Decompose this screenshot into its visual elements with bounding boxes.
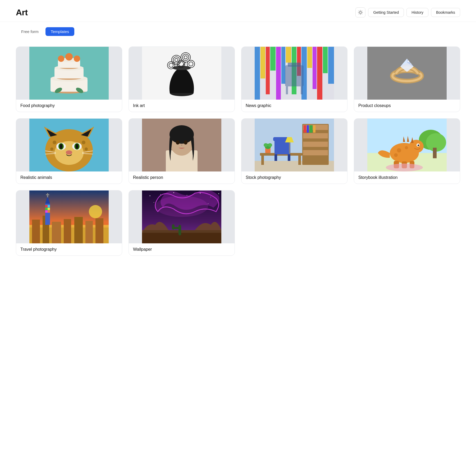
card-label-realistic-animals: Realistic animals: [16, 171, 122, 184]
svg-rect-43: [255, 47, 260, 100]
svg-point-81: [60, 144, 62, 149]
card-image-travel-photography: [16, 190, 122, 243]
svg-rect-179: [172, 224, 175, 230]
svg-rect-58: [285, 65, 304, 86]
svg-rect-60: [286, 86, 288, 94]
app-header: Art Getting Started History Bookmarks: [0, 0, 476, 22]
card-food-photography[interactable]: Food photography: [16, 47, 122, 112]
svg-point-167: [155, 196, 208, 217]
card-image-stock-photography: [241, 119, 347, 171]
svg-rect-104: [303, 142, 328, 147]
tab-bar: Free form Templates: [0, 22, 476, 36]
svg-point-140: [405, 146, 408, 149]
svg-rect-57: [328, 47, 334, 84]
svg-rect-103: [303, 133, 328, 138]
card-storybook-illustration[interactable]: Storybook illustration: [354, 118, 460, 184]
svg-rect-166: [142, 233, 221, 243]
template-grid: Food photography: [16, 47, 460, 256]
svg-point-84: [53, 141, 56, 144]
tab-templates[interactable]: Templates: [45, 27, 74, 36]
svg-rect-152: [95, 218, 103, 243]
svg-rect-59: [288, 63, 301, 67]
bookmarks-button[interactable]: Bookmarks: [431, 8, 460, 17]
card-news-graphic[interactable]: News graphic: [241, 47, 347, 112]
svg-point-68: [408, 61, 409, 62]
svg-rect-53: [307, 47, 312, 68]
card-wallpaper[interactable]: Wallpaper: [129, 190, 235, 256]
card-ink-art[interactable]: Ink art: [129, 47, 235, 112]
theme-icon-button[interactable]: [355, 7, 365, 17]
svg-rect-56: [323, 47, 328, 73]
svg-point-142: [386, 164, 423, 171]
card-label-wallpaper: Wallpaper: [129, 243, 235, 255]
svg-rect-46: [270, 47, 276, 71]
svg-rect-150: [74, 217, 83, 243]
svg-point-163: [89, 205, 102, 218]
svg-point-98: [176, 140, 180, 145]
svg-point-83: [66, 150, 72, 155]
svg-point-171: [187, 195, 187, 196]
card-label-realistic-person: Realistic person: [129, 171, 235, 184]
card-realistic-person[interactable]: Realistic person: [129, 118, 235, 184]
svg-line-8: [362, 11, 362, 11]
svg-rect-116: [288, 154, 290, 161]
tab-free-form[interactable]: Free form: [16, 27, 44, 36]
history-button[interactable]: History: [406, 8, 428, 17]
svg-rect-107: [307, 125, 309, 133]
svg-rect-148: [52, 222, 61, 243]
card-realistic-animals[interactable]: Realistic animals: [16, 118, 122, 184]
svg-rect-111: [261, 156, 264, 165]
svg-point-20: [65, 53, 73, 61]
svg-rect-112: [298, 156, 301, 165]
svg-rect-177: [178, 225, 181, 235]
svg-rect-161: [45, 210, 48, 213]
svg-point-176: [208, 203, 208, 204]
card-product-closeups[interactable]: Product closeups: [354, 47, 460, 112]
svg-point-87: [85, 147, 88, 151]
header-actions: Getting Started History Bookmarks: [355, 7, 460, 17]
svg-rect-157: [45, 205, 48, 207]
card-label-product-closeups: Product closeups: [354, 100, 460, 112]
svg-line-41: [181, 68, 182, 68]
svg-point-172: [200, 193, 201, 194]
svg-point-86: [82, 141, 85, 144]
svg-line-3: [359, 11, 359, 11]
svg-rect-149: [64, 219, 71, 243]
svg-point-19: [58, 55, 64, 62]
card-image-realistic-animals: [16, 119, 122, 171]
svg-rect-162: [48, 210, 50, 213]
svg-point-168: [150, 196, 150, 196]
svg-rect-128: [433, 148, 437, 158]
svg-point-99: [184, 140, 187, 145]
svg-rect-178: [174, 227, 180, 229]
svg-point-174: [218, 193, 219, 194]
svg-point-121: [264, 143, 268, 147]
svg-rect-44: [260, 47, 265, 78]
card-label-food-photography: Food photography: [16, 100, 122, 112]
card-image-storybook-illustration: [354, 119, 460, 171]
card-image-food-photography: [16, 47, 122, 100]
svg-point-175: [154, 202, 154, 203]
svg-rect-151: [85, 221, 93, 243]
svg-point-69: [410, 63, 411, 64]
svg-line-7: [359, 14, 359, 14]
card-travel-photography[interactable]: Travel photography: [16, 190, 122, 256]
getting-started-button[interactable]: Getting Started: [368, 8, 404, 17]
svg-rect-45: [266, 47, 270, 94]
card-image-realistic-person: [129, 119, 235, 171]
card-label-news-graphic: News graphic: [241, 100, 347, 112]
svg-rect-55: [317, 47, 322, 100]
card-stock-photography[interactable]: Stock photography: [241, 118, 347, 184]
svg-point-173: [210, 197, 211, 197]
svg-rect-160: [48, 208, 50, 210]
card-image-ink-art: [129, 47, 235, 100]
card-image-wallpaper: [129, 190, 235, 243]
svg-rect-156: [46, 194, 49, 195]
svg-rect-146: [32, 220, 40, 243]
card-label-travel-photography: Travel photography: [16, 243, 122, 255]
card-image-product-closeups: [354, 47, 460, 100]
sun-icon: [358, 10, 363, 15]
svg-rect-49: [286, 47, 291, 63]
template-grid-section: Food photography: [0, 36, 476, 261]
card-image-news-graphic: [241, 47, 347, 100]
